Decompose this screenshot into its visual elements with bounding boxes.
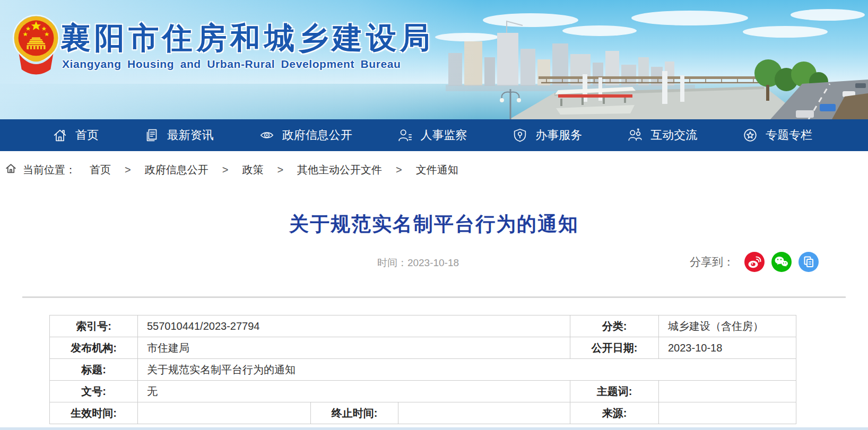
breadcrumb: 当前位置： 首页 > 政府信息公开 > 政策 > 其他主动公开文件 > 文件通知 <box>0 151 868 188</box>
people-icon <box>627 127 643 143</box>
nav-label: 办事服务 <box>535 127 582 143</box>
breadcrumb-item-home[interactable]: 首页 <box>90 163 111 177</box>
breadcrumb-prefix: 当前位置： <box>23 163 76 177</box>
share-bar: 分享到： <box>690 252 819 272</box>
table-row: 标题: 关于规范实名制平台行为的通知 <box>50 359 796 381</box>
nav-item-home[interactable]: 首页 <box>52 127 99 143</box>
news-icon <box>144 127 160 143</box>
page-title: 关于规范实名制平台行为的通知 <box>0 213 868 236</box>
time-value: 2023-10-18 <box>407 257 459 268</box>
doc-number-value: 无 <box>138 381 570 402</box>
nav-label: 政府信息公开 <box>282 127 352 143</box>
source-label: 来源: <box>570 402 659 424</box>
keywords-label: 主题词: <box>570 381 659 402</box>
nav-label: 互动交流 <box>650 127 697 143</box>
index-value: 557010441/2023-27794 <box>138 315 570 337</box>
keywords-value <box>659 381 796 402</box>
breadcrumb-item-gov-info[interactable]: 政府信息公开 <box>145 163 209 177</box>
open-date-label: 公开日期: <box>570 337 659 359</box>
breadcrumb-separator: > <box>222 164 229 176</box>
nav-item-personnel[interactable]: 人事监察 <box>397 127 467 143</box>
table-row: 生效时间: 终止时间: 来源: <box>50 402 796 424</box>
agency-value: 市住建局 <box>138 337 570 359</box>
eye-icon <box>259 127 275 143</box>
breadcrumb-separator: > <box>277 164 283 176</box>
nav-label: 最新资讯 <box>167 127 214 143</box>
main-nav: 首页 最新资讯 政府信息公开 人事监察 办事服务 互动交流 专题专栏 <box>0 119 868 151</box>
category-value: 城乡建设（含住房） <box>659 315 796 337</box>
breadcrumb-separator: > <box>125 164 131 176</box>
effective-date-label: 生效时间: <box>50 402 138 424</box>
site-banner: 襄阳市住房和城乡建设局 Xiangyang Housing and Urban-… <box>0 0 868 119</box>
expire-date-label: 终止时间: <box>311 402 398 424</box>
nav-item-services[interactable]: 办事服务 <box>512 127 582 143</box>
title-label: 标题: <box>50 359 138 381</box>
section-divider <box>22 296 846 298</box>
open-date-value: 2023-10-18 <box>659 337 796 359</box>
nav-item-gov-info[interactable]: 政府信息公开 <box>259 127 352 143</box>
bottom-accent-line <box>0 427 868 430</box>
breadcrumb-item-policy[interactable]: 政策 <box>242 163 263 177</box>
breadcrumb-item-notices[interactable]: 文件通知 <box>416 163 458 177</box>
shield-icon <box>512 127 528 143</box>
title-value: 关于规范实名制平台行为的通知 <box>138 359 796 381</box>
wechat-share-icon[interactable] <box>771 252 792 272</box>
breadcrumb-item-open-files[interactable]: 其他主动公开文件 <box>297 163 382 177</box>
site-title: 襄阳市住房和城乡建设局 <box>60 18 434 59</box>
nav-item-special-topics[interactable]: 专题专栏 <box>742 127 812 143</box>
table-row: 发布机构: 市住建局 公开日期: 2023-10-18 <box>50 337 796 359</box>
article-meta-row: 时间：2023-10-18 分享到： <box>0 252 868 274</box>
nav-item-news[interactable]: 最新资讯 <box>144 127 214 143</box>
table-row: 文号: 无 主题词: <box>50 381 796 402</box>
nav-label: 专题专栏 <box>766 127 812 143</box>
doc-number-label: 文号: <box>50 381 138 402</box>
nav-label: 人事监察 <box>420 127 467 143</box>
nav-label: 首页 <box>75 127 99 143</box>
weibo-share-icon[interactable] <box>744 252 765 272</box>
nav-item-interaction[interactable]: 互动交流 <box>627 127 697 143</box>
page: 襄阳市住房和城乡建设局 Xiangyang Housing and Urban-… <box>0 0 868 430</box>
breadcrumb-separator: > <box>396 164 402 176</box>
time-label: 时间： <box>377 257 407 268</box>
star-icon <box>742 127 758 143</box>
effective-date-value <box>138 402 311 424</box>
source-value <box>659 402 796 424</box>
agency-label: 发布机构: <box>50 337 138 359</box>
document-meta-table: 索引号: 557010441/2023-27794 分类: 城乡建设（含住房） … <box>49 315 796 424</box>
site-subtitle-english: Xiangyang Housing and Urban-Rural Develo… <box>62 58 401 71</box>
expire-date-value <box>398 402 570 424</box>
index-label: 索引号: <box>50 315 138 337</box>
person-icon <box>397 127 413 143</box>
category-label: 分类: <box>570 315 659 337</box>
share-label: 分享到： <box>690 255 734 269</box>
table-row: 索引号: 557010441/2023-27794 分类: 城乡建设（含住房） <box>50 315 796 337</box>
home-icon <box>4 162 18 178</box>
national-emblem-icon <box>13 14 59 76</box>
copy-share-icon[interactable] <box>798 252 819 272</box>
home-icon <box>52 127 68 143</box>
